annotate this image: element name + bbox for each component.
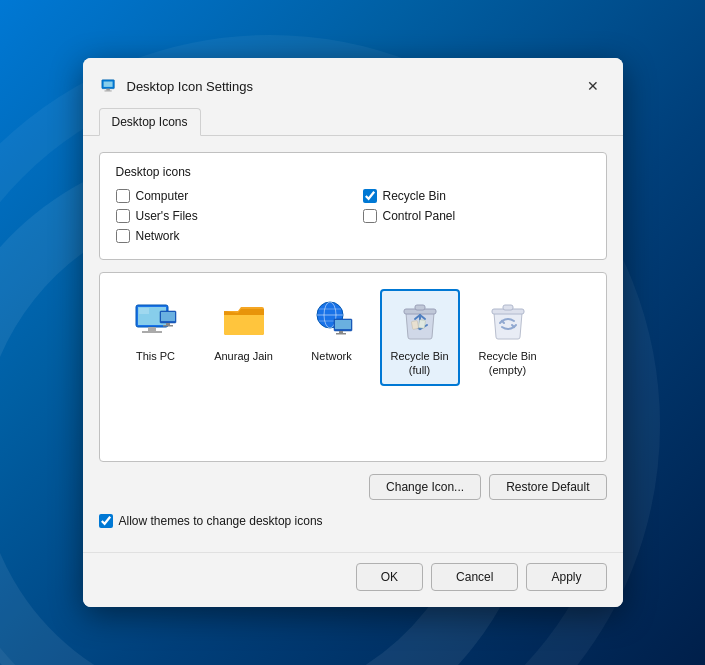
checkbox-computer-label: Computer xyxy=(136,189,189,203)
checkbox-control-panel-input[interactable] xyxy=(363,209,377,223)
svg-rect-11 xyxy=(166,323,170,325)
dialog-footer: OK Cancel Apply xyxy=(83,552,623,607)
allow-themes-label: Allow themes to change desktop icons xyxy=(119,514,323,528)
icon-item-this-pc[interactable]: This PC xyxy=(116,289,196,371)
checkbox-users-files[interactable]: User's Files xyxy=(116,209,343,223)
svg-rect-6 xyxy=(148,327,156,331)
dialog-icon xyxy=(99,76,119,96)
svg-rect-19 xyxy=(335,320,351,329)
desktop-icon-settings-dialog: Desktop Icon Settings ✕ Desktop Icons De… xyxy=(83,58,623,607)
allow-themes-checkbox[interactable]: Allow themes to change desktop icons xyxy=(99,514,607,536)
svg-rect-20 xyxy=(339,331,343,333)
svg-rect-7 xyxy=(142,331,162,333)
checkbox-control-panel-label: Control Panel xyxy=(383,209,456,223)
svg-rect-8 xyxy=(139,308,149,314)
svg-rect-21 xyxy=(336,333,346,335)
tab-bar: Desktop Icons xyxy=(83,100,623,136)
svg-rect-1 xyxy=(103,82,112,87)
recycle-bin-empty-label: Recycle Bin(empty) xyxy=(478,349,536,378)
this-pc-label: This PC xyxy=(136,349,175,363)
folder-icon xyxy=(220,297,268,345)
title-bar: Desktop Icon Settings ✕ xyxy=(83,58,623,100)
checkbox-network-input[interactable] xyxy=(116,229,130,243)
checkbox-network-label: Network xyxy=(136,229,180,243)
section-label: Desktop icons xyxy=(116,165,590,179)
footer-buttons: OK Cancel Apply xyxy=(356,563,607,591)
svg-rect-24 xyxy=(411,321,418,330)
svg-rect-10 xyxy=(161,312,175,321)
icon-item-recycle-bin-empty[interactable]: Recycle Bin(empty) xyxy=(468,289,548,386)
change-icon-button[interactable]: Change Icon... xyxy=(369,474,481,500)
icon-preview-area: This PC Anurag Jain xyxy=(99,272,607,462)
checkbox-users-files-input[interactable] xyxy=(116,209,130,223)
allow-themes-input[interactable] xyxy=(99,514,113,528)
restore-default-button[interactable]: Restore Default xyxy=(489,474,606,500)
checkbox-computer-input[interactable] xyxy=(116,189,130,203)
icon-item-recycle-bin-full[interactable]: Recycle Bin(full) xyxy=(380,289,460,386)
recycle-bin-full-label: Recycle Bin(full) xyxy=(390,349,448,378)
checkbox-network[interactable]: Network xyxy=(116,229,343,243)
this-pc-icon xyxy=(132,297,180,345)
svg-rect-2 xyxy=(106,89,110,91)
svg-rect-3 xyxy=(104,91,111,92)
anurag-jain-label: Anurag Jain xyxy=(214,349,273,363)
dialog-title: Desktop Icon Settings xyxy=(127,79,253,94)
close-button[interactable]: ✕ xyxy=(579,72,607,100)
ok-button[interactable]: OK xyxy=(356,563,423,591)
svg-rect-23 xyxy=(415,305,425,310)
apply-button[interactable]: Apply xyxy=(526,563,606,591)
tab-desktop-icons[interactable]: Desktop Icons xyxy=(99,108,201,136)
checkboxes-grid: Computer Recycle Bin User's Files Contro… xyxy=(116,189,590,243)
checkbox-users-files-label: User's Files xyxy=(136,209,198,223)
network-label: Network xyxy=(311,349,351,363)
checkbox-control-panel[interactable]: Control Panel xyxy=(363,209,590,223)
dialog-body: Desktop icons Computer Recycle Bin User'… xyxy=(83,136,623,552)
svg-rect-12 xyxy=(163,325,173,327)
icon-item-network[interactable]: Network xyxy=(292,289,372,371)
svg-rect-25 xyxy=(418,320,425,329)
recycle-bin-empty-icon xyxy=(484,297,532,345)
recycle-bin-full-icon xyxy=(396,297,444,345)
icon-item-anurag-jain[interactable]: Anurag Jain xyxy=(204,289,284,371)
checkbox-recycle-bin-input[interactable] xyxy=(363,189,377,203)
checkbox-computer[interactable]: Computer xyxy=(116,189,343,203)
title-bar-left: Desktop Icon Settings xyxy=(99,76,253,96)
svg-rect-27 xyxy=(503,305,513,310)
icon-action-buttons: Change Icon... Restore Default xyxy=(99,474,607,500)
checkbox-recycle-bin[interactable]: Recycle Bin xyxy=(363,189,590,203)
network-icon xyxy=(308,297,356,345)
checkbox-recycle-bin-label: Recycle Bin xyxy=(383,189,446,203)
desktop-icons-section: Desktop icons Computer Recycle Bin User'… xyxy=(99,152,607,260)
cancel-button[interactable]: Cancel xyxy=(431,563,518,591)
